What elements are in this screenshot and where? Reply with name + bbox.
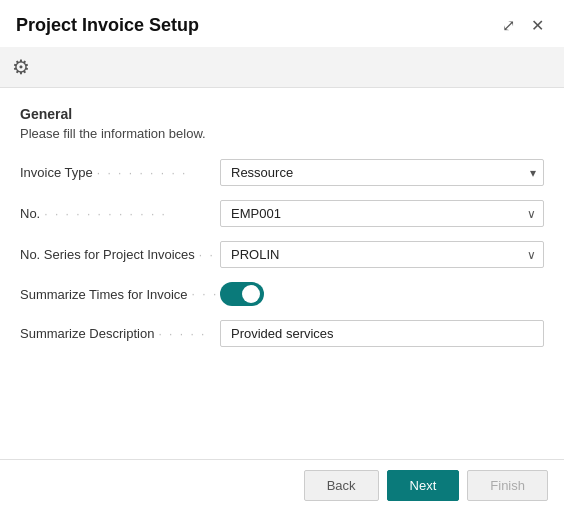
no-series-label-container: No. Series for Project Invoices · · · (20, 247, 220, 262)
summarize-description-row: Summarize Description · · · · · (20, 320, 544, 347)
expand-button[interactable]: ⤢ (498, 14, 519, 37)
close-button[interactable]: ✕ (527, 14, 548, 37)
no-label: No. (20, 206, 40, 221)
summarize-times-control (220, 282, 544, 306)
title-bar-actions: ⤢ ✕ (498, 14, 548, 37)
form-content: General Please fill the information belo… (0, 88, 564, 459)
next-button[interactable]: Next (387, 470, 460, 501)
summarize-description-control (220, 320, 544, 347)
section-title: General (20, 106, 544, 122)
summarize-times-toggle[interactable] (220, 282, 264, 306)
title-bar: Project Invoice Setup ⤢ ✕ (0, 0, 564, 47)
invoice-type-label: Invoice Type (20, 165, 93, 180)
no-series-row: No. Series for Project Invoices · · · PR… (20, 241, 544, 268)
finish-button: Finish (467, 470, 548, 501)
invoice-type-select-wrapper: Ressource Item Service ▾ (220, 159, 544, 186)
summarize-description-label: Summarize Description (20, 326, 154, 341)
no-series-select-wrapper: PROLIN PROLIN2 ∨ (220, 241, 544, 268)
dots: · · · (192, 288, 216, 300)
dialog-title: Project Invoice Setup (16, 15, 199, 36)
no-select-wrapper: EMP001 EMP002 EMP003 ∨ (220, 200, 544, 227)
dots: · · · (199, 249, 216, 261)
toggle-slider (220, 282, 264, 306)
invoice-type-select[interactable]: Ressource Item Service (220, 159, 544, 186)
no-series-select[interactable]: PROLIN PROLIN2 (220, 241, 544, 268)
summarize-description-input[interactable] (220, 320, 544, 347)
no-series-label: No. Series for Project Invoices (20, 247, 195, 262)
dialog-footer: Back Next Finish (0, 459, 564, 511)
toolbar: ⚙ (0, 47, 564, 88)
dots: · · · · · · · · · (97, 167, 216, 179)
dots: · · · · · (158, 328, 216, 340)
summarize-times-label-container: Summarize Times for Invoice · · · (20, 287, 220, 302)
dots: · · · · · · · · · · · · (44, 208, 216, 220)
close-icon: ✕ (531, 16, 544, 35)
summarize-times-label: Summarize Times for Invoice (20, 287, 188, 302)
summarize-description-label-container: Summarize Description · · · · · (20, 326, 220, 341)
section-subtitle: Please fill the information below. (20, 126, 544, 141)
no-label-container: No. · · · · · · · · · · · · (20, 206, 220, 221)
gear-icon[interactable]: ⚙ (12, 55, 30, 79)
invoice-type-control: Ressource Item Service ▾ (220, 159, 544, 186)
no-series-control: PROLIN PROLIN2 ∨ (220, 241, 544, 268)
no-row: No. · · · · · · · · · · · · EMP001 EMP00… (20, 200, 544, 227)
no-control: EMP001 EMP002 EMP003 ∨ (220, 200, 544, 227)
back-button[interactable]: Back (304, 470, 379, 501)
no-select[interactable]: EMP001 EMP002 EMP003 (220, 200, 544, 227)
summarize-times-row: Summarize Times for Invoice · · · (20, 282, 544, 306)
invoice-type-row: Invoice Type · · · · · · · · · Ressource… (20, 159, 544, 186)
expand-icon: ⤢ (502, 16, 515, 35)
invoice-type-label-container: Invoice Type · · · · · · · · · (20, 165, 220, 180)
